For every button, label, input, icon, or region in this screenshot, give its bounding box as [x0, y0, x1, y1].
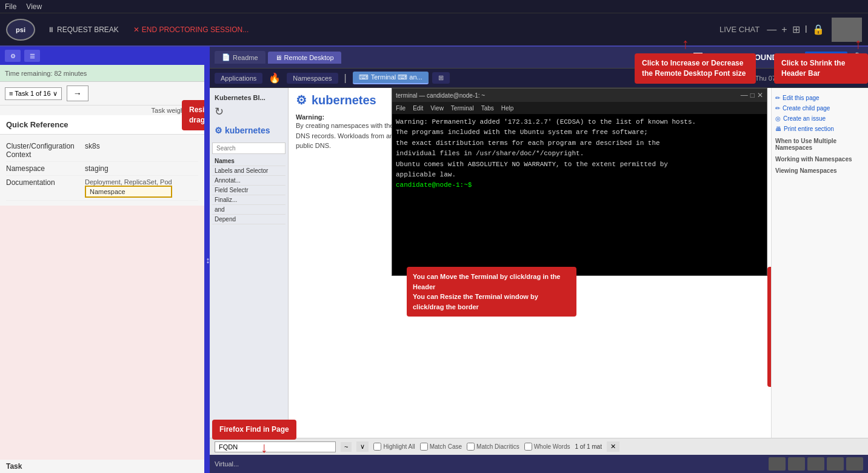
find-prev-button[interactable]: ~	[341, 442, 352, 452]
issue-icon: ◎	[775, 115, 781, 122]
refresh-icon[interactable]: ↻	[212, 102, 285, 121]
term-menu-tabs[interactable]: Tabs	[481, 105, 494, 112]
menu-file[interactable]: File	[5, 2, 16, 11]
term-restore-icon[interactable]: □	[750, 91, 755, 99]
term-close-icon[interactable]: ✕	[757, 91, 763, 99]
match-diacritics-option[interactable]: Match Diacritics	[467, 443, 519, 451]
terminal-tab-label: Terminal ⌨ an...	[371, 73, 422, 81]
request-break-button[interactable]: ⏸ REQUEST BREAK	[42, 23, 124, 36]
edit-icon: ✏	[775, 95, 780, 101]
sidebar-link-child[interactable]: ✏ Create child page	[775, 103, 864, 113]
sidebar-link-issue[interactable]: ◎ Create an issue	[775, 113, 864, 124]
doc-links: Deployment, ReplicaSet, Pod	[85, 178, 172, 186]
find-next-button[interactable]: ∨	[356, 441, 369, 452]
psi-logo: psi	[6, 19, 35, 41]
taskbar-icon-1[interactable]	[769, 457, 786, 471]
sidebar-link-edit[interactable]: ✏ Edit this page	[775, 93, 864, 103]
terminal-menu-bar: File Edit View Terminal Tabs Help	[392, 102, 767, 114]
nav-tab-terminal[interactable]: ⌨ Terminal ⌨ an...	[353, 72, 429, 84]
tab-readme[interactable]: 📄 Readme	[215, 51, 265, 64]
font-size-tooltip: Click to Increase or Decrease the Remote…	[635, 53, 756, 84]
maximize-icon[interactable]: +	[781, 24, 787, 35]
match-case-option[interactable]: Match Case	[420, 443, 462, 451]
ref-value-namespace: staging	[85, 164, 109, 173]
term-menu-file[interactable]: File	[396, 105, 406, 112]
term-prompt-line: candidate@node-1:~$	[396, 181, 763, 190]
shrink-header-tooltip: Click to Shrink the Header Bar	[774, 53, 868, 84]
next-task-button[interactable]: →	[67, 86, 88, 101]
menu-bar: File View	[0, 0, 868, 13]
browser-toolbar: 📄 Readme 🖥 Remote Desktop □ THE LINUX FO…	[210, 47, 868, 69]
window-controls: — + ⊞ I 🔒	[767, 24, 824, 35]
nav-tab-extra[interactable]: ⊞	[432, 72, 450, 84]
terminal-tab-icon: ⌨	[359, 73, 369, 81]
menu-view[interactable]: View	[26, 2, 42, 11]
task-select-label: ≡ Task 1 of 16 ∨	[9, 90, 58, 98]
term-minimize-icon[interactable]: —	[741, 91, 748, 99]
term-menu-edit[interactable]: Edit	[413, 105, 423, 112]
k8s-gear-icon: ⚙	[296, 93, 307, 107]
search-input[interactable]	[212, 143, 285, 154]
terminal-window[interactable]: terminal — candidate@node-1: ~ — □ ✕ Fil…	[392, 88, 767, 276]
nav-item-names[interactable]: Names	[212, 156, 285, 166]
whole-words-checkbox[interactable]	[524, 443, 532, 451]
nav-item-field-selector[interactable]: Field Selectr	[212, 186, 285, 195]
restore-icon[interactable]: ⊞	[792, 24, 800, 35]
find-close-button[interactable]: ✕	[607, 441, 619, 452]
term-menu-help[interactable]: Help	[501, 105, 514, 112]
top-bar-right: LIVE CHAT — + ⊞ I 🔒	[719, 18, 862, 42]
terminal-titlebar[interactable]: terminal — candidate@node-1: ~ — □ ✕	[392, 89, 767, 102]
find-input[interactable]	[215, 441, 336, 452]
highlight-all-checkbox[interactable]	[373, 443, 381, 451]
match-case-checkbox[interactable]	[420, 443, 428, 451]
kubernetes-logo: ⚙ kubernetes	[212, 121, 285, 140]
end-session-button[interactable]: ✕ END PROCTORING SESSION...	[129, 23, 253, 36]
sidebar-link-print[interactable]: 🖶 Print entire section	[775, 124, 864, 134]
resize-panel-tooltip: Resize the content panel by dragging the…	[182, 100, 206, 130]
nav-tab-namespaces[interactable]: Namespaces	[287, 73, 338, 84]
quick-ref-header: Quick Reference ▼	[0, 115, 204, 135]
sidebar-section-1: When to Use Multiple Namespaces	[775, 134, 864, 152]
firefox-find-tooltip: Firefox Find in Page	[212, 420, 296, 440]
minimize-icon[interactable]: —	[767, 24, 776, 35]
browser-nav: Applications 🔥 Namespaces | ⌨ Terminal ⌨…	[210, 69, 868, 88]
terminal-title-text: terminal — candidate@node-1: ~	[396, 92, 485, 99]
k8s-title-text: kubernetes	[312, 93, 376, 107]
remote-desktop-tab-icon: 🖥	[275, 54, 282, 61]
nav-item-annotations[interactable]: Annotat...	[212, 176, 285, 186]
font-icon[interactable]: I	[805, 24, 807, 35]
taskbar-icon-5[interactable]	[846, 457, 863, 471]
nav-item-and[interactable]: and	[212, 205, 285, 215]
k8s-nav-items: Names Labels and Selector Annotat... Fie…	[212, 156, 285, 224]
terminal-controls: — □ ✕	[741, 91, 763, 99]
taskbar-icon-4[interactable]	[827, 457, 844, 471]
nav-tab-applications[interactable]: Applications	[215, 73, 262, 84]
ref-row-namespace: Namespace staging	[6, 162, 198, 176]
task-weight: Task weight: 4%	[0, 106, 204, 115]
term-menu-terminal[interactable]: Terminal	[451, 105, 474, 112]
match-diacritics-checkbox[interactable]	[467, 443, 475, 451]
terminal-body[interactable]: Warning: Permanently added '172.31.2.7' …	[392, 114, 767, 274]
taskbar-icon-2[interactable]	[788, 457, 805, 471]
sidebar-menu-btn[interactable]: ☰	[24, 50, 40, 62]
timer-text: Time remaining: 82 minutes	[5, 70, 87, 77]
ref-label-namespace: Namespace	[6, 164, 85, 173]
browser-left-panel: Kubernetes Bl... ↻ ⚙ kubernetes Names La…	[210, 88, 289, 438]
task-select[interactable]: ≡ Task 1 of 16 ∨	[5, 87, 62, 100]
sidebar-icon-btn[interactable]: ⚙	[5, 50, 21, 62]
nav-item-depend[interactable]: Depend	[212, 215, 285, 224]
virtual-taskbar-icons	[769, 457, 863, 471]
x-icon: ✕	[133, 25, 139, 34]
tab-remote-desktop[interactable]: 🖥 Remote Desktop	[268, 52, 341, 64]
nav-item-labels[interactable]: Labels and Selector	[212, 166, 285, 176]
live-chat-label: LIVE CHAT	[719, 25, 760, 34]
whole-words-option[interactable]: Whole Words	[524, 443, 570, 451]
namespace-badge[interactable]: Namespace	[85, 186, 172, 198]
lock-icon[interactable]: 🔒	[812, 24, 824, 35]
nav-item-finalizers[interactable]: Finaliz...	[212, 195, 285, 205]
highlight-all-option[interactable]: Highlight All	[373, 443, 415, 451]
term-menu-view[interactable]: View	[430, 105, 444, 112]
fire-icon: 🔥	[269, 72, 281, 84]
taskbar-icon-3[interactable]	[807, 457, 824, 471]
k8s-page-title-short: Kubernetes Bl...	[212, 93, 285, 102]
